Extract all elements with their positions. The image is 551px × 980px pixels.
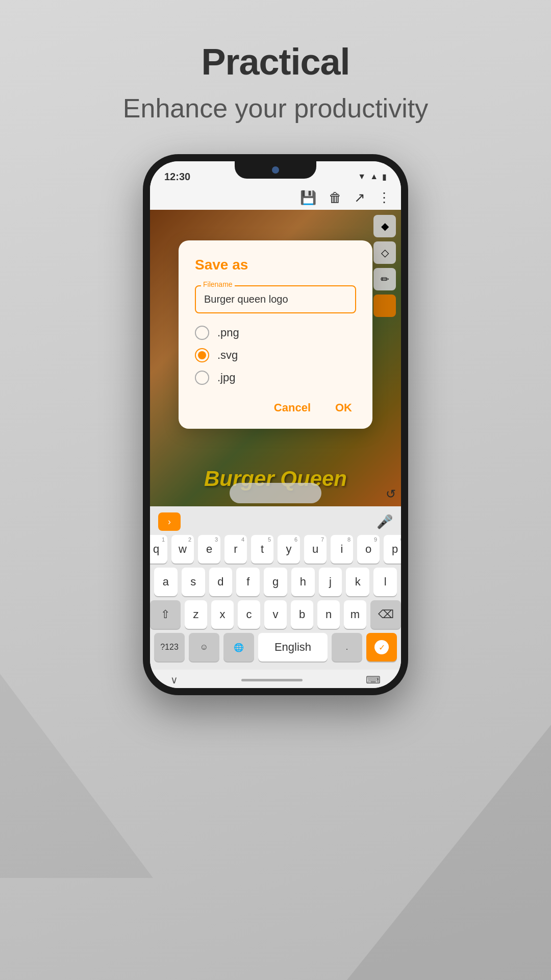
globe-key[interactable]: 🌐 — [223, 633, 254, 662]
key-l[interactable]: l — [373, 568, 397, 596]
phone-notch — [235, 161, 316, 179]
jpg-label: .jpg — [217, 371, 235, 384]
png-radio-circle — [195, 326, 209, 340]
svg-radio-circle — [195, 348, 209, 362]
emoji-key[interactable]: ☺ — [189, 633, 219, 662]
phone-screen: 12:30 ▼ ▲ ▮ 💾 🗑 ↗ ⋮ ◆ ◇ ✏ — [150, 161, 401, 688]
key-z[interactable]: z — [185, 600, 207, 629]
home-bar[interactable] — [241, 679, 303, 681]
dialog-title: Save as — [195, 257, 356, 273]
space-label: English — [274, 641, 311, 654]
filename-label: Filename — [201, 280, 235, 288]
enter-key[interactable]: ✓ — [366, 633, 397, 662]
phone-frame: 12:30 ▼ ▲ ▮ 💾 🗑 ↗ ⋮ ◆ ◇ ✏ — [143, 154, 408, 695]
battery-icon: ▮ — [382, 172, 387, 182]
jpg-radio-circle — [195, 371, 209, 385]
svg-label: .svg — [217, 349, 238, 362]
enter-check-icon: ✓ — [374, 640, 389, 654]
svg-radio-inner — [198, 351, 206, 359]
emoji-icon: ☺ — [200, 643, 208, 652]
key-b[interactable]: b — [291, 600, 313, 629]
nav-bar: ∨ ⌨ — [150, 670, 401, 688]
page-title: Practical — [201, 41, 349, 83]
app-toolbar: 💾 🗑 ↗ ⋮ — [150, 186, 401, 210]
key-t[interactable]: 5t — [251, 535, 273, 564]
key-f[interactable]: f — [236, 568, 260, 596]
keyboard-expand-button[interactable]: › — [158, 512, 181, 531]
page-subtitle: Enhance your productivity — [123, 93, 428, 124]
key-e[interactable]: 3e — [198, 535, 220, 564]
ok-button[interactable]: OK — [331, 399, 356, 416]
key-g[interactable]: g — [264, 568, 287, 596]
keyboard-top-row: › 🎤 — [150, 510, 401, 535]
key-y[interactable]: 6y — [278, 535, 300, 564]
key-q[interactable]: 1q — [150, 535, 167, 564]
status-time: 12:30 — [164, 171, 190, 183]
key-o[interactable]: 9o — [357, 535, 380, 564]
delete-icon[interactable]: 🗑 — [329, 190, 342, 206]
key-v[interactable]: v — [264, 600, 287, 629]
save-dialog: Save as Filename .png — [179, 240, 372, 429]
key-m[interactable]: m — [344, 600, 366, 629]
key-r[interactable]: 4r — [224, 535, 247, 564]
key-j[interactable]: j — [319, 568, 342, 596]
keyboard-row-3: ⇧ z x c v b n m ⌫ — [150, 600, 401, 629]
key-w[interactable]: 2w — [171, 535, 194, 564]
symbols-label: ?123 — [160, 643, 179, 652]
globe-icon: 🌐 — [234, 643, 244, 652]
cancel-button[interactable]: Cancel — [270, 399, 315, 416]
filename-field: Filename — [195, 285, 356, 313]
keyboard-switch-icon[interactable]: ⌨ — [366, 674, 381, 686]
key-h[interactable]: h — [291, 568, 315, 596]
keyboard-row-1: 1q 2w 3e 4r 5t 6y 7u 8i 9o 0p — [150, 535, 401, 564]
key-u[interactable]: 7u — [304, 535, 327, 564]
keyboard: › 🎤 1q 2w 3e 4r 5t 6y 7u 8i 9o 0p a s — [150, 506, 401, 670]
key-n[interactable]: n — [317, 600, 340, 629]
format-radio-group: .png .svg .jpg — [195, 326, 356, 385]
key-p[interactable]: 0p — [384, 535, 401, 564]
format-jpg-option[interactable]: .jpg — [195, 371, 356, 385]
dialog-actions: Cancel OK — [195, 399, 356, 416]
key-i[interactable]: 8i — [331, 535, 353, 564]
key-x[interactable]: x — [211, 600, 234, 629]
symbols-key[interactable]: ?123 — [154, 633, 185, 662]
shift-key[interactable]: ⇧ — [150, 600, 181, 629]
save-icon[interactable]: 💾 — [300, 190, 316, 206]
format-png-option[interactable]: .png — [195, 326, 356, 340]
period-key[interactable]: . — [332, 633, 362, 662]
backspace-icon: ⌫ — [378, 608, 394, 621]
wifi-icon: ▼ — [358, 172, 366, 181]
png-label: .png — [217, 326, 239, 339]
expand-icon: › — [168, 517, 171, 527]
microphone-button[interactable]: 🎤 — [377, 514, 393, 530]
period-label: . — [346, 643, 348, 652]
key-s[interactable]: s — [182, 568, 205, 596]
key-k[interactable]: k — [346, 568, 369, 596]
dialog-overlay: Save as Filename .png — [150, 210, 401, 506]
canvas-area[interactable]: ◆ ◇ ✏ ↺ Burger Queen Save as Filename — [150, 210, 401, 506]
keyboard-row-2: a s d f g h j k l — [150, 568, 401, 596]
key-a[interactable]: a — [154, 568, 178, 596]
key-d[interactable]: d — [209, 568, 233, 596]
filename-input[interactable] — [195, 285, 356, 313]
phone-camera — [272, 166, 279, 174]
status-icons: ▼ ▲ ▮ — [358, 172, 387, 182]
more-icon[interactable]: ⋮ — [378, 190, 391, 206]
backspace-key[interactable]: ⌫ — [370, 600, 401, 629]
keyboard-bottom-row: ?123 ☺ 🌐 English . ✓ — [150, 633, 401, 662]
share-icon[interactable]: ↗ — [354, 190, 365, 206]
key-c[interactable]: c — [238, 600, 260, 629]
nav-chevron-icon[interactable]: ∨ — [170, 674, 178, 686]
space-key[interactable]: English — [258, 633, 328, 662]
signal-icon: ▲ — [370, 172, 378, 181]
format-svg-option[interactable]: .svg — [195, 348, 356, 362]
